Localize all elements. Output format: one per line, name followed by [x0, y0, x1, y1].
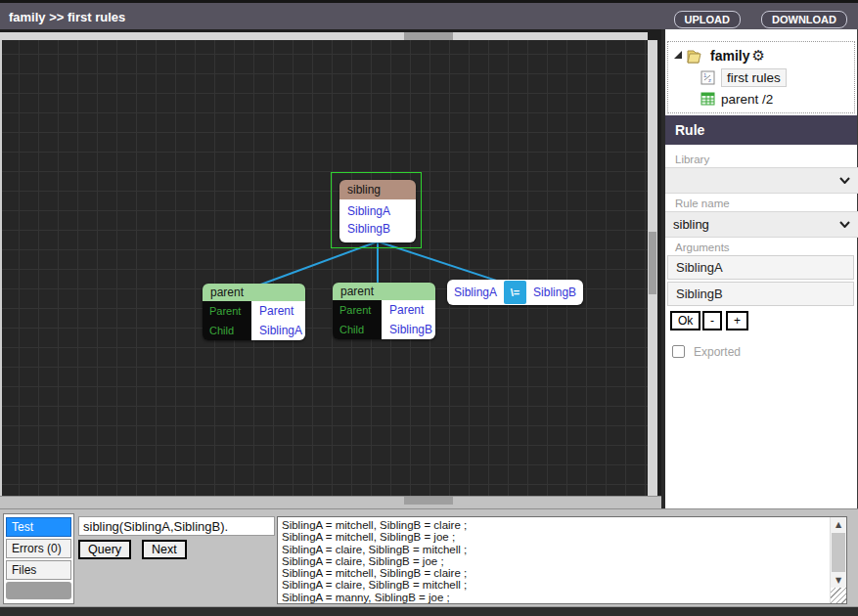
- svg-text:z: z: [708, 77, 711, 83]
- chevron-down-icon: [839, 221, 850, 228]
- rule-node-title[interactable]: sibling: [339, 180, 416, 199]
- rule-node-sibling[interactable]: sibling SiblingA SiblingB: [339, 180, 416, 242]
- rule-diagram-canvas[interactable]: sibling SiblingA SiblingB parent Parent …: [0, 40, 648, 496]
- resize-grip-icon[interactable]: [831, 588, 846, 603]
- query-input[interactable]: [78, 516, 275, 536]
- folder-icon: [687, 49, 704, 64]
- results-text: SiblingA = mitchell, SiblingB = claire ;…: [278, 517, 830, 603]
- argument-input-2[interactable]: SiblingB: [667, 282, 854, 306]
- tab-files[interactable]: Files: [6, 560, 71, 580]
- bottom-panel: Test Errors (0) Files Query Next Sibling…: [0, 508, 858, 606]
- app-window: family >> first rules UPLOAD DOWNLOAD si…: [0, 0, 858, 616]
- tab-column-spacer: [6, 582, 71, 599]
- vscroll-thumb[interactable]: [649, 232, 656, 294]
- tree-expander-icon[interactable]: [674, 51, 682, 59]
- table-icon: [700, 92, 715, 106]
- library-label: Library: [675, 154, 709, 165]
- goal-arg[interactable]: Parent: [251, 301, 305, 321]
- next-button[interactable]: Next: [142, 540, 187, 559]
- rules-file-icon: 1 z: [700, 70, 715, 85]
- exported-label: Exported: [694, 345, 741, 359]
- download-button[interactable]: DOWNLOAD: [761, 11, 847, 28]
- canvas-vscrollbar[interactable]: [648, 40, 657, 496]
- tree-node-parent[interactable]: parent /2: [668, 88, 854, 110]
- page-bottom-strip: [0, 606, 858, 616]
- argument-input-1[interactable]: SiblingA: [667, 255, 854, 280]
- sidebar: family ⚙ 1 z first rules: [661, 29, 858, 508]
- tree-node-first-rules[interactable]: 1 z first rules: [668, 66, 854, 88]
- tree-label-first-rules[interactable]: first rules: [721, 68, 787, 87]
- hscroll-thumb[interactable]: [404, 497, 453, 505]
- neq-right-arg[interactable]: SiblingB: [526, 286, 583, 299]
- top-bar: family >> first rules UPLOAD DOWNLOAD: [0, 0, 858, 29]
- tab-test[interactable]: Test: [6, 517, 71, 537]
- goal-node-parent-1[interactable]: parent Parent Parent Child SiblingA: [203, 284, 305, 340]
- rule-node-arg[interactable]: SiblingB: [339, 220, 416, 238]
- results-box: SiblingA = mitchell, SiblingB = claire ;…: [277, 516, 847, 604]
- ok-button[interactable]: Ok: [670, 311, 700, 330]
- exported-checkbox[interactable]: [672, 345, 685, 358]
- rule-name-value: sibling: [673, 217, 709, 232]
- goal-node-parent-2[interactable]: parent Parent Parent Child SiblingB: [333, 283, 435, 339]
- not-equal-operator-icon[interactable]: \=: [504, 281, 526, 304]
- arguments-label: Arguments: [675, 242, 730, 253]
- hscroll-thumb[interactable]: [404, 32, 453, 40]
- scroll-up-icon[interactable]: ▲: [831, 518, 846, 532]
- neq-node[interactable]: SiblingA \= SiblingB: [447, 280, 583, 305]
- goal-arg[interactable]: Parent: [382, 300, 435, 320]
- minus-button[interactable]: -: [702, 311, 722, 330]
- project-tree: family ⚙ 1 z first rules: [667, 41, 855, 113]
- chevron-down-icon: [839, 177, 850, 184]
- neq-left-arg[interactable]: SiblingA: [447, 286, 504, 299]
- rule-name-select[interactable]: sibling: [665, 211, 858, 238]
- bottom-tab-column: Test Errors (0) Files: [3, 513, 74, 604]
- goal-arg[interactable]: SiblingA: [251, 321, 305, 340]
- gear-icon[interactable]: ⚙: [751, 49, 764, 63]
- rule-panel-title: Rule: [665, 115, 857, 145]
- plus-button[interactable]: +: [726, 311, 748, 330]
- results-scroll-thumb[interactable]: [832, 533, 845, 572]
- goal-param: Child: [203, 321, 251, 340]
- breadcrumb: family >> first rules: [9, 10, 125, 24]
- query-button[interactable]: Query: [78, 540, 131, 559]
- upload-button[interactable]: UPLOAD: [674, 11, 741, 28]
- tab-errors[interactable]: Errors (0): [6, 539, 71, 558]
- rule-node-arg[interactable]: SiblingA: [339, 202, 416, 220]
- tree-node-family[interactable]: family ⚙: [668, 45, 854, 66]
- goal-node-title[interactable]: parent: [333, 283, 435, 300]
- goal-arg[interactable]: SiblingB: [382, 320, 435, 339]
- canvas-area: sibling SiblingA SiblingB parent Parent …: [0, 29, 661, 508]
- edges-layer: [2, 40, 648, 496]
- goal-param: Parent: [333, 300, 382, 320]
- scroll-down-icon[interactable]: ▼: [831, 574, 846, 588]
- rule-name-label: Rule name: [675, 198, 730, 209]
- tree-label-family[interactable]: family: [710, 48, 749, 64]
- results-scrollbar[interactable]: ▲ ▼: [830, 517, 846, 603]
- goal-param: Child: [333, 320, 382, 339]
- library-select[interactable]: [665, 167, 858, 194]
- canvas-hscrollbar-top[interactable]: [0, 32, 648, 40]
- goal-param: Parent: [203, 301, 251, 321]
- goal-node-title[interactable]: parent: [203, 284, 305, 301]
- tree-label-parent[interactable]: parent /2: [721, 92, 773, 107]
